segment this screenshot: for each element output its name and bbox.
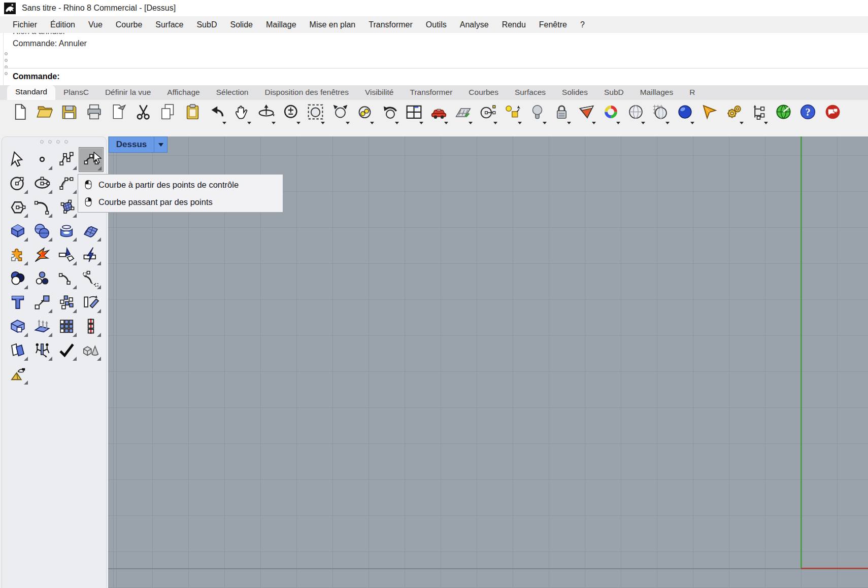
tool-plugins[interactable] [6, 243, 29, 266]
cplane-button[interactable] [479, 103, 498, 126]
help-button[interactable]: ? [799, 103, 818, 126]
menu-fichier[interactable]: Fichier [6, 20, 44, 29]
lamp-button[interactable] [528, 103, 547, 126]
tool-orient-objects[interactable] [30, 338, 54, 362]
tool-control-point-curve[interactable] [54, 147, 78, 171]
tool-object-color[interactable] [6, 266, 29, 290]
flyout-item-courbe-a-partir-des-points-de-controle[interactable]: Courbe à partir des points de contrôle [78, 176, 283, 193]
menu-fenetre[interactable]: Fenêtre [532, 20, 574, 29]
flyout-item-courbe-passant-par-des-points[interactable]: Courbe passant par des points [78, 193, 283, 211]
tool-circle[interactable] [6, 171, 29, 195]
object-snap-button[interactable] [504, 103, 522, 126]
tool-box[interactable] [6, 219, 29, 243]
tool-arc[interactable] [54, 171, 78, 195]
toolbar-tab-transformer[interactable]: Transformer [402, 86, 460, 100]
undo-button[interactable] [208, 103, 227, 126]
shaded-display-button[interactable] [578, 103, 596, 126]
command-area[interactable]: Rien à annuler Commande: Annuler Command… [0, 33, 868, 85]
render-button[interactable] [676, 103, 695, 126]
rendered-display-button[interactable] [602, 103, 621, 126]
four-viewports-button[interactable] [405, 103, 424, 126]
menu-vue[interactable]: Vue [82, 20, 109, 29]
command-panel-grip[interactable] [5, 52, 8, 75]
layer-manager-button[interactable] [750, 103, 769, 126]
menu-solide[interactable]: Solide [223, 20, 259, 29]
tool-rectangular-array[interactable] [54, 314, 78, 338]
tool-extrude-surface[interactable] [30, 314, 54, 338]
export-button[interactable] [110, 103, 128, 126]
zoom-window-button[interactable] [307, 103, 325, 126]
viewport-title[interactable]: Dessus [109, 137, 154, 152]
tool-render-tools[interactable] [6, 362, 29, 386]
tool-offset-surface[interactable] [6, 338, 29, 362]
tool-blend-curve[interactable] [54, 266, 78, 290]
open-file-button[interactable] [36, 103, 55, 126]
tool-array-options[interactable] [54, 290, 78, 314]
named-views-button[interactable] [430, 103, 449, 126]
options-button[interactable] [725, 103, 744, 126]
copy-button[interactable] [159, 103, 178, 126]
menu-analyse[interactable]: Analyse [453, 20, 495, 29]
zoom-extents-button[interactable] [356, 103, 375, 126]
save-button[interactable] [60, 103, 79, 126]
toolbar-tab-maillages[interactable]: Maillages [632, 86, 681, 100]
tool-sphere[interactable] [30, 219, 54, 243]
toolbar-tab-visibilite[interactable]: Visibilité [357, 86, 402, 100]
menu-courbe[interactable]: Courbe [109, 20, 149, 29]
tool-polygon[interactable] [6, 195, 29, 219]
feedback-button[interactable] [824, 103, 843, 126]
tool-surface-of-revolution[interactable] [54, 219, 78, 243]
menu-surface[interactable]: Surface [149, 20, 190, 29]
rhino-web-button[interactable] [775, 103, 793, 126]
new-file-button[interactable] [11, 103, 30, 126]
menu-outils[interactable]: Outils [419, 20, 453, 29]
tool-point[interactable] [30, 147, 54, 171]
cut-button[interactable] [135, 103, 153, 126]
toolbar-tab-surfaces[interactable]: Surfaces [507, 86, 554, 100]
undo-view-change-button[interactable] [381, 103, 399, 126]
tool-scale[interactable] [30, 290, 54, 314]
toolbar-tab-standard[interactable]: Standard [7, 85, 55, 100]
toolbar-tab-plansc[interactable]: PlansC [55, 86, 97, 100]
paste-button[interactable] [184, 103, 203, 126]
render-preview-button[interactable] [700, 103, 719, 126]
menu-edition[interactable]: Édition [44, 20, 82, 29]
tool-group[interactable] [30, 266, 54, 290]
tool-surface-from-points[interactable] [54, 195, 78, 219]
menu-transformer[interactable]: Transformer [362, 20, 419, 29]
pan-button[interactable] [233, 103, 252, 126]
tool-patch-surface[interactable] [79, 219, 103, 243]
menu-rendu[interactable]: Rendu [495, 20, 532, 29]
viewport-tab-dessus[interactable]: Dessus [109, 136, 168, 153]
menu-subd[interactable]: SubD [190, 20, 223, 29]
toolbar-tab-courbes[interactable]: Courbes [460, 86, 507, 100]
menu-item[interactable]: ? [574, 20, 591, 29]
tool-text[interactable] [6, 290, 29, 314]
menu-mise-en-plan[interactable]: Mise en plan [303, 20, 362, 29]
print-button[interactable] [85, 103, 104, 126]
toolbar-tab-disposition-des-fenetres[interactable]: Disposition des fenêtres [256, 86, 356, 100]
xray-display-button[interactable] [651, 103, 670, 126]
tool-curve-fillet[interactable] [30, 195, 54, 219]
lock-button[interactable] [553, 103, 572, 126]
rotate-view-button[interactable] [257, 103, 276, 126]
tool-ellipse[interactable] [30, 171, 54, 195]
grid-options-button[interactable] [454, 103, 473, 126]
tool-extend-curve[interactable] [79, 266, 103, 290]
tool-check[interactable] [54, 338, 78, 362]
tool-boolean-solid[interactable] [6, 314, 29, 338]
tool-rotate-shear[interactable] [79, 290, 103, 314]
ghosted-display-button[interactable] [627, 103, 646, 126]
tool-select[interactable] [6, 147, 29, 171]
toolbar-tab-affichage[interactable]: Affichage [159, 86, 208, 100]
toolbar-tab-r[interactable]: R [681, 86, 703, 100]
command-prompt[interactable]: Commande: [13, 72, 59, 81]
viewport-menu-arrow[interactable] [154, 137, 167, 152]
zoom-button[interactable] [282, 103, 301, 126]
tool-linear-array[interactable] [79, 314, 103, 338]
toolbar-tab-selection[interactable]: Sélection [208, 86, 257, 100]
sidebar-grip[interactable] [2, 137, 106, 144]
toolbar-tab-solides[interactable]: Solides [554, 86, 596, 100]
tool-split[interactable] [79, 243, 103, 266]
zoom-selected-button[interactable] [331, 103, 350, 126]
